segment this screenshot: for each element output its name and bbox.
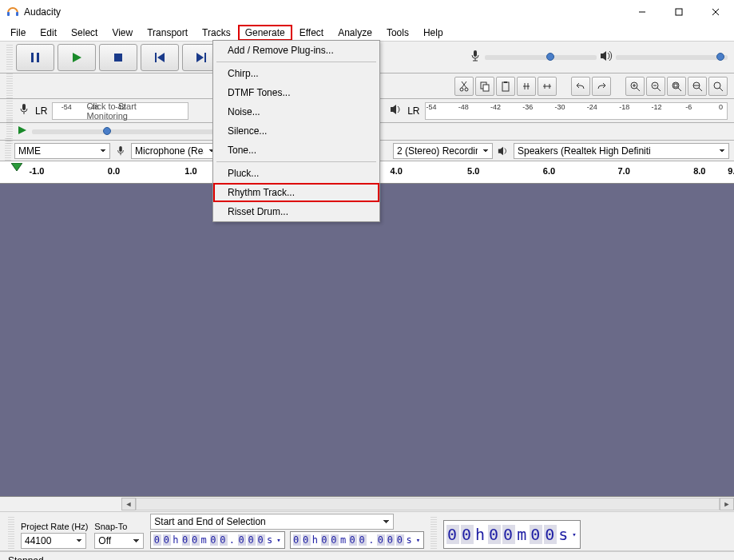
svg-line-33 <box>637 88 640 91</box>
toolbar-grip[interactable] <box>6 73 13 99</box>
meter-tick: -6 <box>685 103 692 111</box>
menu-tools[interactable]: Tools <box>379 25 416 41</box>
selection-end-time[interactable]: 00h00m00.000s▾ <box>290 531 424 549</box>
status-text: Stopped. <box>8 555 46 561</box>
status-bar: Stopped. <box>0 551 734 560</box>
menu-item-noise[interactable]: Noise... <box>213 102 379 121</box>
meter-tick: -36 <box>522 103 533 111</box>
toolbar-grip[interactable] <box>5 138 11 164</box>
undo-button[interactable] <box>571 77 590 96</box>
menu-bar: FileEditSelectViewTransportTracksGenerat… <box>0 24 734 42</box>
time-format-dropdown[interactable]: ▾ <box>276 536 282 544</box>
timeline-label: 5.0 <box>467 166 479 176</box>
zoom-out-button[interactable] <box>646 77 665 96</box>
toolbar-grip[interactable] <box>8 517 14 549</box>
app-title: Audacity <box>24 6 61 18</box>
selection-range-select[interactable]: Start and End of Selection <box>150 514 394 530</box>
playhead-icon[interactable] <box>11 163 22 175</box>
audio-position-time[interactable]: 00h00m00s▾ <box>443 520 581 549</box>
menu-item-add-remove-plug-ins[interactable]: Add / Remove Plug-ins... <box>213 41 379 60</box>
fit-project-button[interactable] <box>688 77 707 96</box>
play-at-speed-button[interactable] <box>18 125 27 137</box>
meter-channel-labels: LR <box>35 105 47 117</box>
recording-volume-slider[interactable] <box>485 55 597 60</box>
menu-select[interactable]: Select <box>64 25 105 41</box>
project-rate-select[interactable]: 44100 <box>21 533 86 549</box>
stop-button[interactable] <box>99 44 137 71</box>
menu-tracks[interactable]: Tracks <box>195 25 238 41</box>
toolbar-grip[interactable] <box>6 45 13 70</box>
menu-file[interactable]: File <box>3 25 33 41</box>
paste-button[interactable] <box>496 77 515 96</box>
zoom-in-button[interactable] <box>625 77 645 96</box>
recording-device-select[interactable]: Microphone (Realtek High Definiti <box>131 143 219 159</box>
svg-point-18 <box>460 88 463 91</box>
svg-line-43 <box>699 88 702 91</box>
trim-button[interactable] <box>517 77 536 96</box>
menu-view[interactable]: View <box>105 25 140 41</box>
svg-marker-11 <box>157 53 165 62</box>
menu-item-silence[interactable]: Silence... <box>213 121 379 141</box>
playback-volume-slider[interactable] <box>616 55 728 60</box>
svg-point-45 <box>714 82 720 89</box>
menu-transport[interactable]: Transport <box>140 25 195 41</box>
selection-toolbar: Project Rate (Hz) 44100 Snap-To Off Star… <box>0 511 734 551</box>
menu-separator <box>216 161 376 162</box>
timeline-label: 4.0 <box>391 166 403 176</box>
timeline-label: -1.0 <box>29 166 44 176</box>
audio-host-select[interactable]: MME <box>14 143 110 159</box>
svg-rect-3 <box>676 9 682 15</box>
menu-item-risset-drum[interactable]: Risset Drum... <box>213 202 379 221</box>
svg-rect-51 <box>119 145 122 151</box>
redo-button[interactable] <box>592 77 611 96</box>
horizontal-scrollbar[interactable]: ◄ ► <box>0 497 734 511</box>
svg-point-19 <box>465 88 468 91</box>
scroll-left-button[interactable]: ◄ <box>121 498 136 510</box>
app-icon <box>6 5 19 20</box>
menu-item-chirp[interactable]: Chirp... <box>213 64 379 83</box>
minimize-button[interactable] <box>624 0 661 24</box>
timeline-label: 0.0 <box>108 166 120 176</box>
skip-start-button[interactable] <box>141 44 179 71</box>
title-bar: Audacity <box>0 0 734 24</box>
maximize-button[interactable] <box>661 0 697 24</box>
svg-rect-9 <box>114 54 122 62</box>
cut-button[interactable] <box>454 77 474 96</box>
svg-marker-17 <box>601 51 606 61</box>
meter-tick: -54 <box>427 103 437 111</box>
silence-button[interactable] <box>538 77 557 96</box>
playback-meter[interactable]: -54-48-42-36-30-24-18-12-60 <box>425 102 728 120</box>
speaker-icon <box>390 103 403 118</box>
time-format-dropdown[interactable]: ▾ <box>572 530 577 538</box>
playback-device-select[interactable]: Speakers (Realtek High Definiti <box>514 143 729 159</box>
recording-channels-select[interactable]: 2 (Stereo) Recording Chann <box>393 143 493 159</box>
close-button[interactable] <box>697 0 734 24</box>
zoom-toggle-button[interactable] <box>708 77 728 96</box>
svg-rect-6 <box>31 53 34 62</box>
menu-analyze[interactable]: Analyze <box>331 25 379 41</box>
track-panel[interactable] <box>0 184 734 497</box>
menu-effect[interactable]: Effect <box>292 25 331 41</box>
scroll-right-button[interactable]: ► <box>720 498 734 510</box>
meter-tick: -30 <box>555 103 565 111</box>
menu-help[interactable]: Help <box>416 25 450 41</box>
copy-button[interactable] <box>475 77 494 96</box>
snap-to-select[interactable]: Off <box>94 533 144 549</box>
time-format-dropdown[interactable]: ▾ <box>416 536 422 544</box>
pause-button[interactable] <box>16 44 54 71</box>
menu-item-pluck[interactable]: Pluck... <box>213 164 379 183</box>
toolbar-grip[interactable] <box>430 517 437 549</box>
timeline-label: 6.0 <box>543 166 555 176</box>
mic-icon <box>469 50 482 65</box>
speaker-icon <box>496 145 510 157</box>
play-button[interactable] <box>58 44 96 71</box>
menu-edit[interactable]: Edit <box>33 25 64 41</box>
menu-item-rhythm-track[interactable]: Rhythm Track... <box>213 183 379 202</box>
recording-meter[interactable]: Click to Start Monitoring -54-48-42 <box>52 102 188 120</box>
menu-item-tone[interactable]: Tone... <box>213 141 379 160</box>
svg-rect-14 <box>474 50 477 57</box>
zoom-selection-button[interactable] <box>667 77 686 96</box>
menu-generate[interactable]: Generate <box>238 25 292 41</box>
menu-item-dtmf-tones[interactable]: DTMF Tones... <box>213 83 379 102</box>
selection-start-time[interactable]: 00h00m00.000s▾ <box>150 531 284 549</box>
